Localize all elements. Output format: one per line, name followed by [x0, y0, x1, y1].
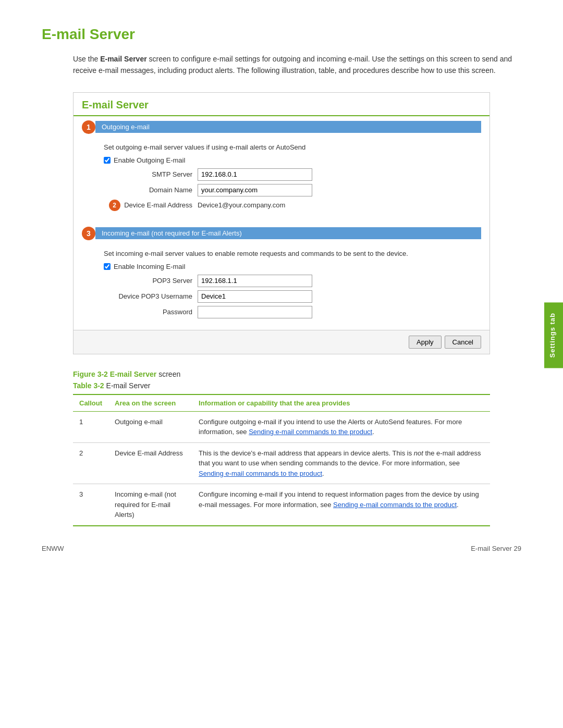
footer-right: E-mail Server 29	[471, 545, 521, 552]
table-row: 3 Incoming e-mail (not required for E-ma…	[73, 484, 490, 526]
smtp-server-label: SMTP Server	[104, 170, 198, 178]
link-sending-email-3[interactable]: Sending e-mail commands to the product	[333, 501, 457, 509]
mockup-title: E-mail Server	[74, 93, 489, 116]
mockup-footer: Apply Cancel	[74, 330, 489, 354]
enable-incoming-label: Enable Incoming E-mail	[114, 263, 185, 270]
enable-outgoing-label: Enable Outgoing E-mail	[114, 156, 185, 164]
pop3-server-label: POP3 Server	[104, 277, 198, 285]
col-callout: Callout	[73, 394, 108, 412]
col-info: Information or capability that the area …	[192, 394, 490, 412]
incoming-section: 3 Incoming e-mail (not required for E-ma…	[74, 223, 489, 330]
pop3-username-label: Device POP3 Username	[104, 292, 198, 300]
section1-label: Outgoing e-mail	[95, 121, 481, 133]
col-area: Area on the screen	[108, 394, 192, 412]
device-email-row: 2 Device E-mail Address Device1@your.com…	[104, 200, 473, 211]
figure-caption: Figure 3-2 E-mail Server screen	[73, 370, 521, 378]
link-sending-email-2[interactable]: Sending e-mail commands to the product	[199, 470, 322, 477]
screen-mockup: E-mail Server 1 Outgoing e-mail Set outg…	[73, 92, 490, 354]
figure-caption-prefix: Figure 3-2 E-mail Server	[73, 370, 156, 378]
callout-cell: 2	[73, 442, 108, 484]
intro-bold: E-mail Server	[100, 55, 147, 63]
pop3-server-input[interactable]	[198, 275, 312, 287]
area-cell: Incoming e-mail (not required for E-mail…	[108, 484, 192, 526]
callout-badge-2: 2	[109, 200, 120, 211]
incoming-checkbox-row: Enable Incoming E-mail	[104, 263, 473, 270]
area-cell: Device E-mail Address	[108, 442, 192, 484]
link-sending-email-1[interactable]: Sending e-mail commands to the product	[249, 428, 372, 436]
settings-tab[interactable]: Settings tab	[544, 302, 563, 368]
cancel-button[interactable]: Cancel	[445, 336, 481, 349]
info-cell: This is the device's e-mail address that…	[192, 442, 490, 484]
section1-desc: Set outgoing e-mail server values if usi…	[104, 143, 473, 151]
smtp-server-input[interactable]	[198, 168, 312, 181]
smtp-server-row: SMTP Server	[104, 168, 473, 181]
password-label: Password	[104, 308, 198, 316]
table-title: Table 3-2 E-mail Server	[73, 381, 521, 390]
table-title-prefix: Table 3-2	[73, 381, 106, 390]
section3-body: Set incoming e-mail server values to ena…	[82, 245, 481, 328]
page-content: Settings tab E-mail Server Use the E-mai…	[0, 0, 563, 568]
section3-desc: Set incoming e-mail server values to ena…	[104, 250, 473, 257]
enable-incoming-checkbox[interactable]	[104, 263, 111, 270]
section3-header: 3 Incoming e-mail (not required for E-ma…	[82, 227, 481, 240]
apply-button[interactable]: Apply	[409, 336, 442, 349]
domain-name-row: Domain Name	[104, 184, 473, 196]
callout-cell: 1	[73, 411, 108, 442]
pop3-username-input[interactable]	[198, 290, 312, 303]
table-row: 1 Outgoing e-mail Configure outgoing e-m…	[73, 411, 490, 442]
section1-number: 1	[82, 120, 95, 134]
enable-outgoing-checkbox[interactable]	[104, 157, 111, 164]
table-header-row: Callout Area on the screen Information o…	[73, 394, 490, 412]
section1-body: Set outgoing e-mail server values if usi…	[82, 139, 481, 220]
password-row: Password	[104, 306, 473, 318]
callout-cell: 3	[73, 484, 108, 526]
section1-header: 1 Outgoing e-mail	[82, 120, 481, 134]
section3-number: 3	[82, 227, 95, 240]
info-cell: Configure incoming e-mail if you intend …	[192, 484, 490, 526]
section3-label: Incoming e-mail (not required for E-mail…	[95, 227, 481, 239]
domain-name-input[interactable]	[198, 184, 312, 196]
intro-text-before: Use the	[73, 55, 100, 63]
email-server-table: Callout Area on the screen Information o…	[73, 394, 490, 526]
outgoing-section: 1 Outgoing e-mail Set outgoing e-mail se…	[74, 116, 489, 223]
device-email-value: Device1@your.company.com	[198, 201, 285, 209]
domain-name-label: Domain Name	[104, 186, 198, 194]
footer-left: ENWW	[42, 545, 64, 552]
page-footer: ENWW E-mail Server 29	[42, 545, 521, 552]
page-title: E-mail Server	[42, 26, 521, 43]
password-input[interactable]	[198, 306, 312, 318]
pop3-username-row: Device POP3 Username	[104, 290, 473, 303]
table-row: 2 Device E-mail Address This is the devi…	[73, 442, 490, 484]
intro-paragraph: Use the E-mail Server screen to configur…	[73, 53, 521, 77]
device-email-label: 2 Device E-mail Address	[104, 200, 198, 211]
info-cell: Configure outgoing e-mail if you intend …	[192, 411, 490, 442]
outgoing-checkbox-row: Enable Outgoing E-mail	[104, 156, 473, 164]
pop3-server-row: POP3 Server	[104, 275, 473, 287]
side-tab-label: Settings tab	[548, 313, 556, 357]
area-cell: Outgoing e-mail	[108, 411, 192, 442]
